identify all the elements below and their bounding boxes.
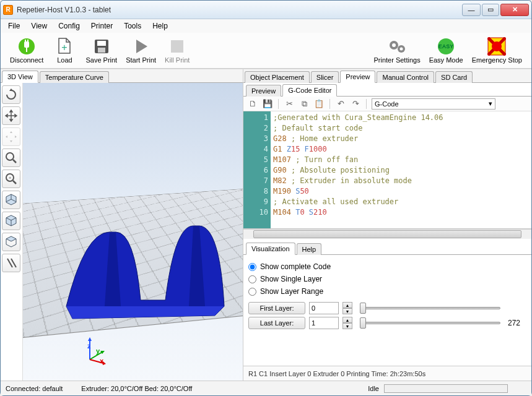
vis-tabbar: Visualization Help: [243, 241, 531, 255]
radio-show-single-input[interactable]: [248, 275, 256, 283]
radio-show-single[interactable]: Show Single Layer: [248, 275, 526, 283]
easy-mode-label: Easy Mode: [429, 56, 463, 64]
last-layer-slider[interactable]: [360, 317, 500, 329]
svg-line-21: [13, 181, 16, 184]
first-layer-slider[interactable]: [360, 302, 500, 314]
preview-sub-tabbar: Preview G-Code Editor: [243, 83, 531, 97]
svg-point-18: [6, 153, 14, 160]
tab-object-placement[interactable]: Object Placement: [245, 71, 310, 83]
zoom-fit-icon[interactable]: +: [2, 170, 20, 188]
radio-show-complete-input[interactable]: [248, 263, 256, 271]
status-idle: Idle: [368, 385, 379, 392]
minimize-button[interactable]: —: [462, 4, 481, 16]
status-connected: Connected: default: [6, 385, 63, 392]
radio-show-range[interactable]: Show Layer Range: [248, 287, 526, 296]
save-print-label: Save Print: [85, 56, 117, 64]
paste-icon[interactable]: 📋: [313, 98, 325, 110]
menu-tools[interactable]: Tools: [119, 20, 146, 32]
last-layer-button[interactable]: Last Layer:: [248, 317, 305, 329]
load-button[interactable]: + Load: [48, 35, 81, 66]
code-lines[interactable]: ;Generated with Cura_SteamEngine 14.06; …: [271, 111, 531, 228]
new-file-icon[interactable]: 🗋: [247, 98, 258, 110]
emergency-stop-button[interactable]: Emergency Stop: [468, 35, 526, 66]
iso-view-icon[interactable]: [2, 191, 20, 209]
svg-text:+: +: [9, 175, 12, 181]
undo-icon[interactable]: ↶: [335, 98, 346, 110]
play-icon: [132, 37, 150, 56]
first-layer-button[interactable]: First Layer:: [248, 302, 305, 314]
printer-settings-button[interactable]: Printer Settings: [369, 35, 424, 66]
save-file-icon[interactable]: 💾: [262, 98, 273, 110]
front-view-icon[interactable]: [2, 212, 20, 230]
rotate-view-icon[interactable]: [2, 85, 20, 104]
3d-viewport-container: +: [1, 83, 243, 381]
disconnect-label: Disconnect: [10, 56, 43, 64]
close-button[interactable]: ✕: [500, 4, 529, 16]
redo-icon[interactable]: ↷: [350, 98, 361, 110]
cut-icon[interactable]: ✂: [284, 98, 295, 110]
3d-viewport[interactable]: zyx: [23, 83, 243, 381]
last-layer-input[interactable]: [309, 317, 339, 329]
radio-show-range-input[interactable]: [248, 288, 256, 296]
tab-sd-card[interactable]: SD Card: [435, 71, 473, 83]
tab-slicer[interactable]: Slicer: [311, 71, 339, 83]
menu-printer[interactable]: Printer: [86, 20, 118, 32]
easy-mode-button[interactable]: EASY Easy Mode: [425, 35, 468, 66]
start-print-button[interactable]: Start Print: [121, 35, 160, 66]
kill-print-label: Kill Print: [165, 56, 190, 64]
tab-manual-control[interactable]: Manual Control: [377, 71, 434, 83]
menu-file[interactable]: File: [3, 20, 25, 32]
kill-print-button: Kill Print: [160, 35, 194, 66]
subtab-gcode-editor[interactable]: G-Code Editor: [282, 84, 337, 97]
chevron-down-icon: ▾: [489, 100, 492, 108]
first-layer-spinner[interactable]: ▲▼: [342, 302, 352, 314]
emergency-icon: [487, 37, 506, 56]
progress-bar: [384, 384, 508, 393]
statusbar: Connected: default Extruder: 20,0°C/Off …: [1, 381, 531, 395]
parallel-view-icon[interactable]: [2, 254, 20, 272]
move-icon[interactable]: [2, 106, 20, 125]
top-view-icon[interactable]: [2, 233, 20, 251]
tab-vis-help[interactable]: Help: [297, 243, 322, 255]
tab-3d-view[interactable]: 3D View: [2, 71, 38, 83]
window-title: Repetier-Host V1.0.3 - tablet: [17, 6, 462, 14]
main-area: 3D View Temperature Curve +: [1, 69, 531, 381]
menu-help[interactable]: Help: [147, 20, 173, 32]
editor-statusbar: R1 C1 Insert Layer 0 Extruder 0 Printing…: [243, 366, 531, 381]
toolbar: Disconnect + Load Save Print Start Print…: [1, 33, 531, 69]
menu-config[interactable]: Config: [53, 20, 85, 32]
subtab-preview[interactable]: Preview: [246, 85, 281, 97]
emergency-stop-label: Emergency Stop: [472, 56, 522, 64]
menubar: File View Config Printer Tools Help: [1, 19, 531, 33]
status-extruder: Extruder: 20,0°C/Off Bed: 20,0°C/Off: [81, 385, 192, 392]
maximize-button[interactable]: ▭: [482, 4, 499, 16]
tab-visualization[interactable]: Visualization: [246, 243, 295, 255]
file-add-icon: +: [55, 37, 74, 56]
save-icon: [92, 37, 111, 56]
tab-preview[interactable]: Preview: [340, 71, 375, 83]
easy-icon: EASY: [437, 37, 455, 56]
svg-point-11: [392, 43, 396, 47]
gcode-type-dropdown[interactable]: G-Code ▾: [372, 98, 495, 110]
move-object-icon[interactable]: [2, 127, 20, 146]
copy-icon[interactable]: ⧉: [299, 98, 310, 110]
load-label: Load: [57, 56, 72, 64]
svg-rect-4: [26, 48, 27, 52]
svg-rect-9: [171, 40, 183, 53]
svg-rect-3: [27, 40, 28, 42]
right-tabbar: Object Placement Slicer Preview Manual C…: [243, 69, 531, 83]
tab-temperature-curve[interactable]: Temperature Curve: [40, 71, 109, 83]
last-layer-spinner[interactable]: ▲▼: [342, 317, 352, 329]
editor-hscrollbar[interactable]: [243, 229, 531, 239]
first-layer-input[interactable]: [309, 302, 339, 314]
app-icon: R: [3, 5, 13, 15]
line-gutter: 12345678910: [243, 111, 271, 228]
radio-show-complete[interactable]: Show complete Code: [248, 262, 526, 271]
disconnect-button[interactable]: Disconnect: [6, 35, 48, 66]
gcode-editor[interactable]: 12345678910 ;Generated with Cura_SteamEn…: [243, 111, 531, 229]
editor-toolbar: 🗋 💾 ✂ ⧉ 📋 ↶ ↷ G-Code ▾: [243, 97, 531, 111]
menu-view[interactable]: View: [26, 20, 52, 32]
save-print-button[interactable]: Save Print: [81, 35, 121, 66]
max-layer-label: 272: [508, 319, 526, 327]
zoom-icon[interactable]: [2, 148, 20, 167]
